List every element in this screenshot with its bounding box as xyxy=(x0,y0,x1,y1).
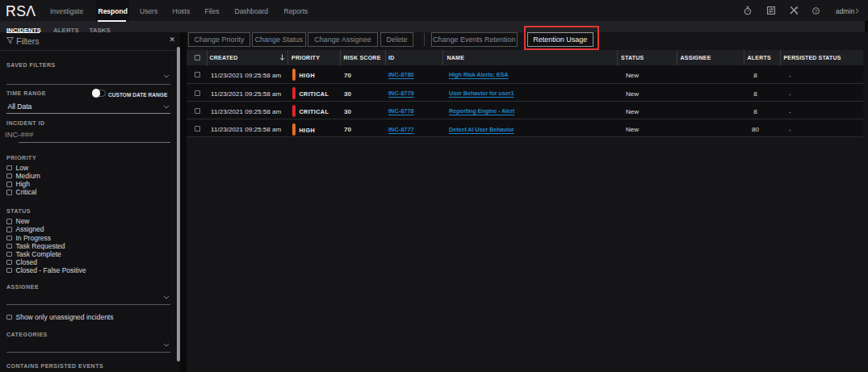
svg-text:?: ? xyxy=(815,8,817,13)
